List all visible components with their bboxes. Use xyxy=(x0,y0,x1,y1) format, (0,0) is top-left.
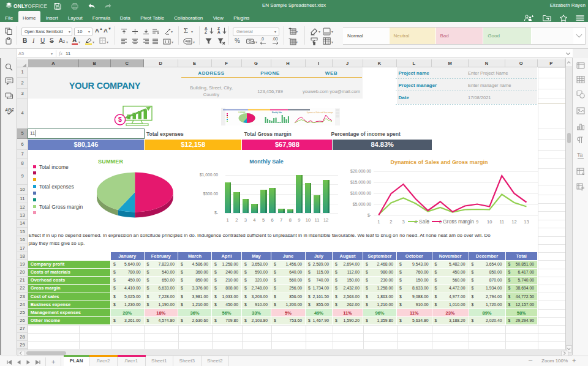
svg-text:Ta: Ta xyxy=(577,152,583,158)
svg-text:$: $ xyxy=(118,116,122,123)
svg-text:Dynamics of Sales and Gross ma: Dynamics of Sales and Gross margin xyxy=(307,111,333,114)
svg-text:ABC: ABC xyxy=(5,108,14,112)
svg-text:Monthly Sale: Monthly Sale xyxy=(272,111,282,114)
svg-text:SUMMER: SUMMER xyxy=(238,111,246,114)
